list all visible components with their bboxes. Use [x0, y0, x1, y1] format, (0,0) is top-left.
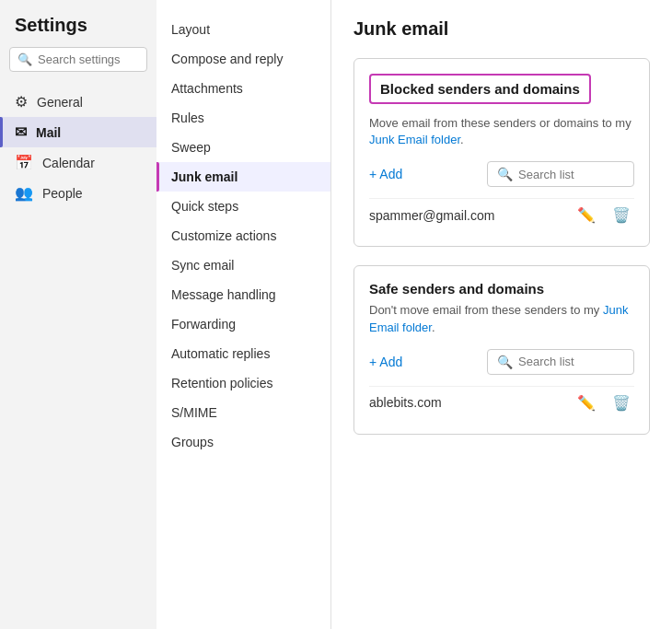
menu-item-customize[interactable]: Customize actions [156, 221, 330, 250]
sidebar-item-general[interactable]: ⚙ General [0, 87, 156, 117]
blocked-senders-section: Blocked senders and domains Move email f… [353, 58, 650, 247]
menu-item-sweep[interactable]: Sweep [156, 133, 330, 162]
blocked-entry-row: spammer@gmail.com ✏️ 🗑️ [369, 198, 634, 231]
menu-item-layout[interactable]: Layout [156, 15, 330, 44]
menu-item-message[interactable]: Message handling [156, 280, 330, 309]
safe-row-actions: ✏️ 🗑️ [574, 392, 634, 414]
search-icon: 🔍 [17, 52, 32, 66]
search-safe-icon: 🔍 [497, 355, 513, 369]
sidebar-item-calendar[interactable]: 📅 Calendar [0, 147, 156, 178]
menu-item-groups[interactable]: Groups [156, 427, 330, 457]
menu-item-sync[interactable]: Sync email [156, 250, 330, 280]
safe-action-row: + Add 🔍 [369, 349, 634, 375]
search-settings-input[interactable] [38, 52, 139, 66]
people-icon: 👥 [15, 184, 33, 202]
blocked-heading: Blocked senders and domains [369, 74, 591, 104]
menu-item-junk[interactable]: Junk email [156, 162, 330, 192]
safe-heading: Safe senders and domains [369, 281, 634, 297]
safe-search-input[interactable] [518, 355, 624, 368]
blocked-add-button[interactable]: + Add [369, 167, 402, 181]
sidebar-item-people[interactable]: 👥 People [0, 178, 156, 208]
mail-icon: ✉ [15, 123, 27, 141]
sidebar-item-label: People [42, 186, 83, 201]
sidebar-item-mail[interactable]: ✉ Mail [0, 117, 156, 147]
safe-email: ablebits.com [369, 395, 442, 410]
middle-menu: Layout Compose and reply Attachments Rul… [156, 0, 331, 629]
search-settings-box[interactable]: 🔍 [9, 47, 147, 72]
menu-item-retention[interactable]: Retention policies [156, 368, 330, 398]
sidebar-item-label: Mail [36, 125, 61, 140]
sidebar: Settings 🔍 ⚙ General ✉ Mail 📅 Calendar 👥… [0, 0, 156, 629]
calendar-icon: 📅 [15, 154, 33, 171]
sidebar-item-label: Calendar [42, 156, 95, 170]
delete-blocked-button[interactable]: 🗑️ [608, 204, 634, 226]
menu-item-quicksteps[interactable]: Quick steps [156, 192, 330, 221]
menu-item-smime[interactable]: S/MIME [156, 398, 330, 427]
blocked-row-actions: ✏️ 🗑️ [574, 204, 634, 226]
search-list-icon: 🔍 [497, 167, 513, 181]
safe-search-box[interactable]: 🔍 [487, 349, 634, 375]
edit-safe-button[interactable]: ✏️ [574, 392, 599, 414]
blocked-action-row: + Add 🔍 [369, 161, 634, 187]
junk-folder-link-blocked[interactable]: Junk Email folder [369, 133, 460, 146]
blocked-search-input[interactable] [518, 168, 624, 181]
gear-icon: ⚙ [15, 93, 28, 111]
safe-add-button[interactable]: + Add [369, 355, 402, 369]
safe-description: Don't move email from these senders to m… [369, 302, 634, 335]
menu-item-attachments[interactable]: Attachments [156, 74, 330, 103]
blocked-description: Move email from these senders or domains… [369, 115, 634, 148]
menu-item-rules[interactable]: Rules [156, 103, 330, 133]
main-content: Junk email Blocked senders and domains M… [331, 0, 672, 629]
page-title: Junk email [353, 18, 650, 40]
edit-blocked-button[interactable]: ✏️ [574, 204, 599, 226]
menu-item-compose[interactable]: Compose and reply [156, 44, 330, 74]
delete-safe-button[interactable]: 🗑️ [608, 392, 634, 414]
sidebar-item-label: General [37, 95, 83, 110]
blocked-search-box[interactable]: 🔍 [487, 161, 634, 187]
safe-senders-section: Safe senders and domains Don't move emai… [353, 265, 650, 434]
blocked-email: spammer@gmail.com [369, 208, 494, 223]
sidebar-title: Settings [0, 15, 156, 47]
menu-item-autoreplies[interactable]: Automatic replies [156, 339, 330, 368]
menu-item-forwarding[interactable]: Forwarding [156, 309, 330, 339]
safe-entry-row: ablebits.com ✏️ 🗑️ [369, 386, 634, 419]
